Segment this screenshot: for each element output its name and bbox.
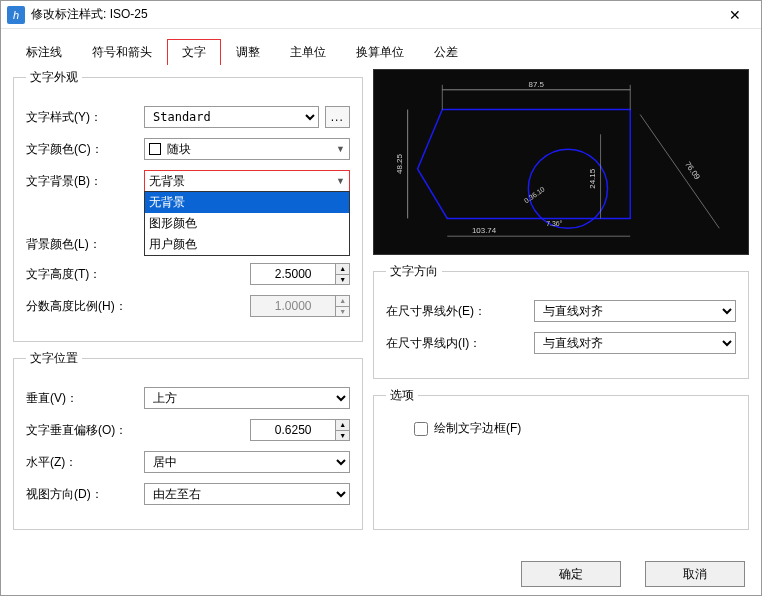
chevron-down-icon: ▼ — [336, 144, 345, 154]
legend-appearance: 文字外观 — [26, 69, 82, 86]
select-text-style[interactable]: Standard — [144, 106, 319, 128]
select-text-color[interactable]: 随块 ▼ — [144, 138, 350, 160]
spin-down-icon[interactable]: ▼ — [336, 275, 349, 285]
tab-text[interactable]: 文字 — [167, 39, 221, 65]
checkbox-frame[interactable]: 绘制文字边框(F) — [386, 414, 736, 447]
spin-up-icon: ▲ — [336, 296, 349, 307]
option-bg-drawing[interactable]: 图形颜色 — [145, 213, 349, 234]
tab-fit[interactable]: 调整 — [221, 39, 275, 65]
svg-text:48.25: 48.25 — [395, 153, 404, 173]
label-inside: 在尺寸界线内(I)： — [386, 335, 526, 352]
app-icon: h — [7, 6, 25, 24]
button-style-browse[interactable]: ... — [325, 106, 351, 128]
preview-pane: 87.5 48.25 24.15 0.36.10 7.36° 103.74 76… — [373, 69, 749, 255]
select-view-dir[interactable]: 由左至右 — [144, 483, 350, 505]
svg-text:76.09: 76.09 — [683, 160, 702, 182]
color-swatch-icon — [149, 143, 161, 155]
option-bg-user[interactable]: 用户颜色 — [145, 234, 349, 255]
label-outside: 在尺寸界线外(E)： — [386, 303, 526, 320]
legend-direction: 文字方向 — [386, 263, 442, 280]
chevron-down-icon: ▼ — [336, 176, 345, 186]
group-direction: 文字方向 在尺寸界线外(E)： 与直线对齐 在尺寸界线内(I)： 与直线对齐 — [373, 263, 749, 379]
label-view-dir: 视图方向(D)： — [26, 486, 136, 503]
spin-up-icon[interactable]: ▲ — [336, 420, 349, 431]
svg-text:24.15: 24.15 — [588, 168, 597, 188]
select-inside[interactable]: 与直线对齐 — [534, 332, 736, 354]
spin-down-icon: ▼ — [336, 307, 349, 317]
input-text-height[interactable] — [250, 263, 336, 285]
tab-dimlines[interactable]: 标注线 — [11, 39, 77, 65]
dropdown-list-bg: 无背景 图形颜色 用户颜色 — [144, 191, 350, 256]
group-position: 文字位置 垂直(V)： 上方 文字垂直偏移(O)： ▲▼ 水平(Z)： — [13, 350, 363, 530]
select-vertical[interactable]: 上方 — [144, 387, 350, 409]
svg-text:103.74: 103.74 — [472, 226, 497, 235]
window-title: 修改标注样式: ISO-25 — [31, 6, 715, 23]
label-text-color: 文字颜色(C)： — [26, 141, 136, 158]
titlebar: h 修改标注样式: ISO-25 ✕ — [1, 1, 761, 29]
legend-position: 文字位置 — [26, 350, 82, 367]
label-vertical: 垂直(V)： — [26, 390, 136, 407]
ok-button[interactable]: 确定 — [521, 561, 621, 587]
label-horizontal: 水平(Z)： — [26, 454, 136, 471]
option-bg-none[interactable]: 无背景 — [145, 192, 349, 213]
group-appearance: 文字外观 文字样式(Y)： Standard ... 文字颜色(C)： 随块 — [13, 69, 363, 342]
spin-down-icon[interactable]: ▼ — [336, 431, 349, 441]
tab-alternate[interactable]: 换算单位 — [341, 39, 419, 65]
label-offset: 文字垂直偏移(O)： — [26, 422, 136, 439]
spin-up-icon[interactable]: ▲ — [336, 264, 349, 275]
svg-line-13 — [640, 115, 719, 229]
tab-symbols[interactable]: 符号和箭头 — [77, 39, 167, 65]
checkbox-frame-input[interactable] — [414, 422, 428, 436]
select-horizontal[interactable]: 居中 — [144, 451, 350, 473]
select-text-bg[interactable]: 无背景 ▼ — [144, 170, 350, 192]
input-fraction-height — [250, 295, 336, 317]
close-icon[interactable]: ✕ — [715, 7, 755, 23]
legend-options: 选项 — [386, 387, 418, 404]
svg-text:87.5: 87.5 — [529, 80, 545, 89]
tab-tolerance[interactable]: 公差 — [419, 39, 473, 65]
select-outside[interactable]: 与直线对齐 — [534, 300, 736, 322]
tab-bar: 标注线 符号和箭头 文字 调整 主单位 换算单位 公差 — [1, 29, 761, 65]
label-text-bg: 文字背景(B)： — [26, 173, 136, 190]
label-fraction-height: 分数高度比例(H)： — [26, 298, 136, 315]
cancel-button[interactable]: 取消 — [645, 561, 745, 587]
group-options: 选项 绘制文字边框(F) — [373, 387, 749, 530]
checkbox-frame-label: 绘制文字边框(F) — [434, 420, 521, 437]
svg-text:0.36.10: 0.36.10 — [523, 185, 546, 204]
label-bg-color: 背景颜色(L)： — [26, 236, 136, 253]
label-text-height: 文字高度(T)： — [26, 266, 136, 283]
label-text-style: 文字样式(Y)： — [26, 109, 136, 126]
tab-primary[interactable]: 主单位 — [275, 39, 341, 65]
input-offset[interactable] — [250, 419, 336, 441]
svg-text:7.36°: 7.36° — [546, 220, 562, 227]
